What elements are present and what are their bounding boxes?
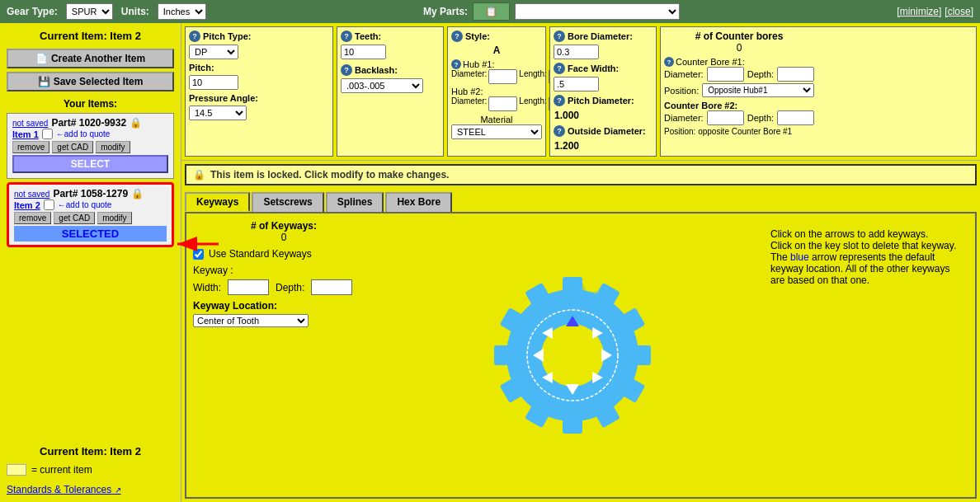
item-1-box: not saved Part# 1020-9932 🔒 Item 1 ←add … <box>7 113 174 179</box>
width-label: Width: <box>193 282 221 293</box>
face-width-help[interactable]: ? <box>554 63 565 74</box>
cb1-help[interactable]: ? <box>664 57 674 67</box>
cb1-fields: Diameter: Depth: <box>664 67 814 82</box>
cb1-diameter[interactable] <box>707 67 744 82</box>
keyway-location-label: Keyway Location: <box>193 300 375 312</box>
teeth-label: ? Teeth: <box>341 30 440 42</box>
item-2-modify-btn[interactable]: modify <box>97 212 131 224</box>
cb2-depth[interactable] <box>777 110 814 125</box>
item-1-add-to-quote[interactable]: ←add to quote <box>56 129 111 138</box>
minimize-link[interactable]: [minimize] <box>897 6 941 17</box>
pitch-input[interactable] <box>189 75 238 90</box>
svg-rect-6 <box>628 345 651 365</box>
cb2-diameter[interactable] <box>707 110 744 125</box>
gear-type-select[interactable]: SPUR <box>66 3 113 20</box>
item-2-not-saved[interactable]: not saved <box>14 190 49 199</box>
create-another-btn[interactable]: 📄 Create Another Item <box>7 49 174 68</box>
item-1-label[interactable]: Item 1 <box>12 129 39 139</box>
backlash-help[interactable]: ? <box>341 64 352 76</box>
tab-hexbore[interactable]: Hex Bore <box>385 192 452 212</box>
your-items-label: Your Items: <box>7 98 174 110</box>
num-keyways-section: # of Keyways: 0 <box>193 220 375 243</box>
bore-help[interactable]: ? <box>554 30 565 42</box>
style-help[interactable]: ? <box>451 30 463 42</box>
pitch-label: Pitch: <box>189 63 329 73</box>
external-link-icon: ↗ <box>115 486 121 495</box>
item-2-add-to-quote[interactable]: ←add to quote <box>58 200 112 209</box>
bore-diameter-input[interactable] <box>554 45 599 59</box>
units-select[interactable]: Inches <box>158 3 206 20</box>
keyway-width-input[interactable] <box>228 279 269 295</box>
backlash-select[interactable]: .003-.005 <box>341 78 423 93</box>
num-keyways-value: 0 <box>193 232 375 243</box>
item-2-remove-btn[interactable]: remove <box>14 212 51 224</box>
svg-rect-9 <box>563 411 582 434</box>
pitch-type-help[interactable]: ? <box>189 30 200 42</box>
hub1-help[interactable]: ? <box>451 59 461 69</box>
item-2-label[interactable]: Item 2 <box>14 200 40 210</box>
tab-splines[interactable]: Splines <box>326 192 384 212</box>
hub1-diameter[interactable] <box>488 69 517 84</box>
close-link[interactable]: [close] <box>945 6 973 17</box>
save-icon: 💾 <box>38 76 50 87</box>
item-1-getcad-btn[interactable]: get CAD <box>52 141 93 153</box>
item-1-not-saved[interactable]: not saved <box>12 119 48 128</box>
pitch-type-select[interactable]: DP <box>189 45 238 59</box>
main-layout: Current Item: Item 2 📄 Create Another It… <box>0 23 980 502</box>
locked-icon: 🔒 <box>193 169 205 181</box>
outside-diameter-label: ? Outside Diameter: <box>554 125 653 137</box>
keyways-form: # of Keyways: 0 Use Standard Keyways Key… <box>193 220 375 490</box>
item-1-modify-btn[interactable]: modify <box>96 141 130 153</box>
item-2-lock-icon: 🔒 <box>131 188 144 199</box>
right-panel: ? Pitch Type: DP Pitch: Pressure Angle: <box>181 23 980 502</box>
instruction-line-1: Click on the arrows to add keyways. <box>770 228 968 240</box>
keyway-location-select[interactable]: Center of Tooth Between Teeth Custom <box>193 314 309 327</box>
teeth-section: ? Teeth: ? Backlash: .003-.005 <box>337 26 444 157</box>
tab-keyways[interactable]: Keyways <box>185 192 250 212</box>
my-parts-icon-btn[interactable]: 📋 <box>473 2 510 21</box>
cb-left: # of Counter bores 0 ? Counter Bore #1: … <box>664 30 814 136</box>
item-1-checkbox[interactable] <box>42 129 53 139</box>
legend-color-box <box>7 464 26 476</box>
svg-rect-12 <box>494 345 517 365</box>
use-standard-checkbox[interactable] <box>193 249 204 260</box>
cb2-label: Counter Bore #2: <box>664 101 814 110</box>
item-2-header: not saved Part# 1058-1279 🔒 <box>14 188 167 199</box>
instruction-line-2: Click on the key slot to delete that key… <box>770 240 968 251</box>
legend: = current item <box>7 464 174 476</box>
cb2-position-text: Position: opposite Counter Bore #1 <box>664 127 814 136</box>
my-parts-label: My Parts: <box>423 6 468 17</box>
cb1-depth[interactable] <box>777 67 814 82</box>
standards-link[interactable]: Standards & Tolerances ↗ <box>7 484 121 495</box>
tab-setscrews[interactable]: Setscrews <box>252 192 323 212</box>
teeth-input[interactable] <box>341 45 386 59</box>
face-width-input[interactable] <box>554 77 599 91</box>
item-1-select-btn[interactable]: SELECT <box>12 155 168 173</box>
item-2-getcad-btn[interactable]: get CAD <box>54 212 95 224</box>
material-section: Material STEEL <box>451 115 542 139</box>
hub2-diameter[interactable] <box>488 96 517 111</box>
item-2-part-num: Part# 1058-1279 <box>53 188 128 199</box>
hub2-label: Hub #2: <box>451 87 542 96</box>
item-1-remove-btn[interactable]: remove <box>12 141 49 153</box>
instruction-line-5: are based on that one. <box>770 274 968 286</box>
outside-diameter-help[interactable]: ? <box>554 125 565 137</box>
teeth-help[interactable]: ? <box>341 30 352 42</box>
pitch-diameter-value: 1.000 <box>554 109 653 122</box>
current-item-title: Current Item: Item 2 <box>7 30 174 42</box>
material-select[interactable]: STEEL <box>451 124 542 139</box>
pitch-diameter-row: ? Pitch Diameter: 1.000 <box>554 95 653 122</box>
save-selected-btn[interactable]: 💾 Save Selected Item <box>7 72 174 91</box>
outside-diameter-value: 1.200 <box>554 139 653 152</box>
cb1-position-select[interactable]: Opposite Hub#1 <box>702 83 814 97</box>
pitch-diameter-help[interactable]: ? <box>554 95 565 106</box>
my-parts-select[interactable] <box>515 3 680 20</box>
keyway-depth-input[interactable] <box>311 279 352 295</box>
item-1-row: Item 1 ←add to quote <box>12 129 168 139</box>
cb2-fields: Diameter: Depth: <box>664 110 814 125</box>
item-2-checkbox[interactable] <box>44 199 54 210</box>
cb2-section: Counter Bore #2: Diameter: Depth: Positi… <box>664 101 814 136</box>
top-bar: Gear Type: SPUR Units: Inches My Parts: … <box>0 0 980 23</box>
pitch-section: ? Pitch Type: DP Pitch: Pressure Angle: <box>185 26 333 157</box>
pressure-angle-select[interactable]: 14.5 <box>189 106 247 120</box>
